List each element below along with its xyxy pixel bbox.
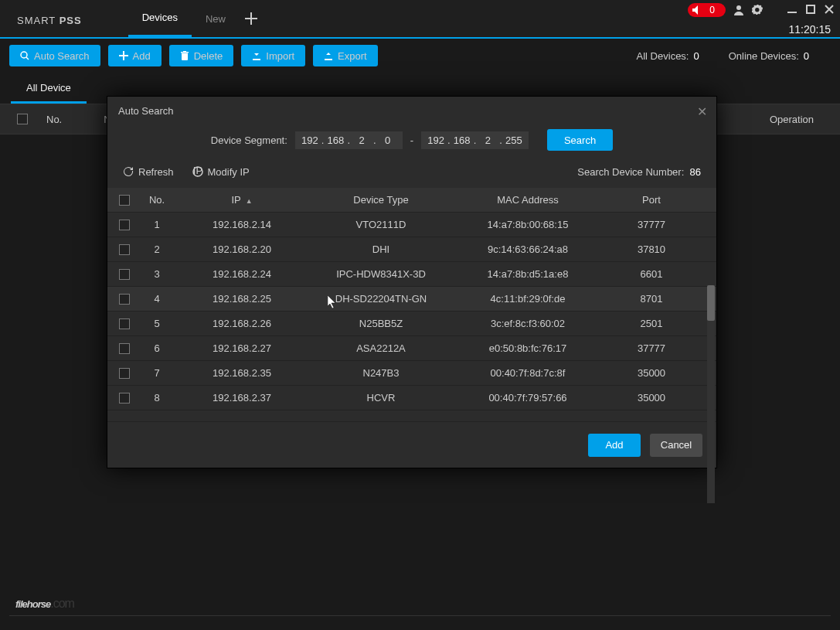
- col-operation: Operation: [770, 114, 814, 125]
- table-row[interactable]: 1192.168.2.14VTO2111D14:a7:8b:00:68:1537…: [107, 213, 716, 237]
- tab-new[interactable]: New: [192, 0, 240, 37]
- close-icon[interactable]: [825, 5, 835, 15]
- svg-rect-1: [787, 12, 797, 13]
- cell-mac: 9c:14:63:66:24:a8: [451, 243, 605, 255]
- auto-search-dialog: Auto Search ✕ Device Segment: . . . - . …: [107, 96, 717, 468]
- refresh-button[interactable]: Refresh: [123, 166, 174, 178]
- dialog-search-button[interactable]: Search: [547, 129, 613, 151]
- cell-mac: 14:a7:8b:00:68:15: [451, 219, 605, 230]
- table-row[interactable]: 5192.168.2.26N25BB5Z3c:ef:8c:f3:60:02250…: [107, 312, 716, 336]
- cell-ip: 192.168.2.35: [172, 367, 311, 379]
- import-button[interactable]: Import: [241, 45, 305, 66]
- table-row[interactable]: 2192.168.2.20DHI9c:14:63:66:24:a837810: [107, 237, 716, 262]
- ip-from-input[interactable]: . . .: [295, 131, 403, 149]
- cell-no: 6: [141, 342, 172, 354]
- delete-button[interactable]: Delete: [169, 45, 234, 66]
- user-icon[interactable]: [733, 5, 744, 15]
- maximize-icon[interactable]: [806, 5, 817, 15]
- row-checkbox[interactable]: [119, 220, 130, 230]
- dialog-select-all-checkbox[interactable]: [119, 195, 130, 206]
- row-checkbox[interactable]: [119, 244, 130, 255]
- cell-port: 6601: [605, 268, 698, 280]
- dialog-cancel-button[interactable]: Cancel: [650, 434, 702, 457]
- table-row[interactable]: 6192.168.2.27ASA2212Ae0:50:8b:fc:76:1737…: [107, 336, 716, 361]
- export-button[interactable]: Export: [313, 45, 378, 66]
- online-devices-stat: Online Devices:0: [729, 50, 809, 62]
- cell-type: N247B3: [311, 367, 451, 379]
- svg-rect-2: [807, 5, 814, 13]
- cell-type: DH-SD22204TN-GN: [311, 293, 451, 305]
- svg-point-3: [21, 52, 27, 58]
- dialog-scrollbar[interactable]: [707, 285, 715, 503]
- row-checkbox[interactable]: [119, 269, 130, 280]
- cell-mac: 00:40:7f:8d:7c:8f: [451, 367, 605, 379]
- cell-mac: e0:50:8b:fc:76:17: [451, 342, 605, 354]
- row-checkbox[interactable]: [119, 368, 130, 379]
- tab-devices[interactable]: Devices: [128, 0, 192, 37]
- table-row[interactable]: 8192.168.2.37HCVR00:40:7f:79:57:6635000: [107, 386, 716, 410]
- table-row[interactable]: 7192.168.2.35N247B300:40:7f:8d:7c:8f3500…: [107, 361, 716, 386]
- cell-type: IPC-HDW8341X-3D: [311, 268, 451, 280]
- cell-type: ASA2212A: [311, 342, 451, 354]
- subtab-all-device[interactable]: All Device: [11, 74, 87, 104]
- cell-no: 3: [141, 268, 172, 280]
- cell-mac: 00:40:7f:79:57:66: [451, 392, 605, 404]
- cell-port: 37777: [605, 219, 698, 230]
- cell-no: 4: [141, 293, 172, 305]
- svg-point-0: [736, 5, 741, 10]
- col-device-type[interactable]: Device Type: [311, 194, 451, 206]
- cell-ip: 192.168.2.26: [172, 318, 311, 329]
- dialog-title: Auto Search: [118, 105, 174, 117]
- clock: 11:20:15: [789, 23, 831, 36]
- cell-mac: 3c:ef:8c:f3:60:02: [451, 318, 605, 329]
- cell-type: N25BB5Z: [311, 318, 451, 329]
- segment-label: Device Segment:: [211, 135, 287, 146]
- row-checkbox[interactable]: [119, 393, 130, 404]
- cell-ip: 192.168.2.14: [172, 219, 311, 230]
- cell-ip: 192.168.2.24: [172, 268, 311, 280]
- tab-add-icon[interactable]: [240, 0, 263, 37]
- cell-port: 37810: [605, 243, 698, 255]
- col-no[interactable]: No.: [141, 194, 172, 206]
- row-checkbox[interactable]: [119, 294, 130, 305]
- table-row[interactable]: 3192.168.2.24IPC-HDW8341X-3D14:a7:8b:d5:…: [107, 262, 716, 287]
- cell-no: 2: [141, 243, 172, 255]
- ip-to-input[interactable]: . . .: [421, 131, 529, 149]
- dialog-close-icon[interactable]: ✕: [697, 104, 707, 119]
- cell-port: 2501: [605, 318, 698, 329]
- cell-no: 1: [141, 219, 172, 230]
- cell-ip: 192.168.2.20: [172, 243, 311, 255]
- cell-port: 35000: [605, 367, 698, 379]
- col-port[interactable]: Port: [605, 194, 698, 206]
- table-row[interactable]: 4192.168.2.25DH-SD22204TN-GN4c:11:bf:29:…: [107, 287, 716, 312]
- col-mac[interactable]: MAC Address: [451, 194, 605, 206]
- modify-ip-button[interactable]: IP Modify IP: [192, 166, 250, 178]
- cell-ip: 192.168.2.37: [172, 392, 311, 404]
- cell-no: 8: [141, 392, 172, 404]
- row-checkbox[interactable]: [119, 343, 130, 354]
- row-checkbox[interactable]: [119, 318, 130, 329]
- app-logo: SMART PSS: [17, 9, 82, 29]
- cell-port: 37777: [605, 342, 698, 354]
- col-no: No.: [46, 114, 62, 125]
- cell-no: 5: [141, 318, 172, 329]
- cell-mac: 4c:11:bf:29:0f:de: [451, 293, 605, 305]
- minimize-icon[interactable]: [787, 5, 798, 15]
- cell-type: VTO2111D: [311, 219, 451, 230]
- cell-no: 7: [141, 367, 172, 379]
- svg-text:IP: IP: [192, 166, 202, 176]
- watermark: filehorse.com: [15, 587, 74, 613]
- add-button[interactable]: Add: [108, 45, 162, 66]
- select-all-checkbox[interactable]: [17, 114, 28, 124]
- auto-search-button[interactable]: Auto Search: [9, 45, 100, 66]
- cell-ip: 192.168.2.27: [172, 342, 311, 354]
- search-count: Search Device Number: 86: [577, 166, 701, 178]
- cell-ip: 192.168.2.25: [172, 293, 311, 305]
- gear-icon[interactable]: [752, 5, 763, 15]
- volume-badge[interactable]: 0: [688, 3, 726, 17]
- cell-port: 8701: [605, 293, 698, 305]
- cell-mac: 14:a7:8b:d5:1a:e8: [451, 268, 605, 280]
- dialog-add-button[interactable]: Add: [588, 434, 641, 457]
- cell-type: HCVR: [311, 392, 451, 404]
- col-ip[interactable]: IP▲: [172, 194, 311, 206]
